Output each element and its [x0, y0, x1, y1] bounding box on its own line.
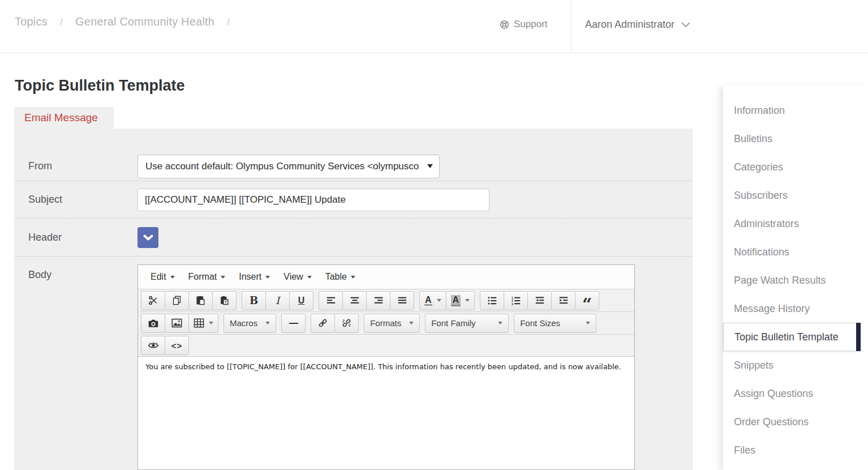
bullet-list-button[interactable] [480, 291, 504, 310]
source-code-button[interactable]: <> [165, 336, 189, 355]
underline-button[interactable]: U [289, 291, 313, 310]
editor-content[interactable]: You are subscribed to [[TOPIC_NAME]] for… [138, 357, 634, 469]
tab-label: Email Message [24, 112, 98, 124]
breadcrumb-topics[interactable]: Topics [15, 15, 48, 28]
menu-table[interactable]: Table [319, 267, 362, 287]
subject-label: Subject [28, 194, 137, 206]
cut-button[interactable] [141, 291, 165, 310]
remove-link-button[interactable] [334, 314, 359, 333]
page-title: Topic Bulletin Template [15, 77, 185, 95]
image-icon [171, 318, 182, 328]
header-expand-button[interactable] [137, 227, 158, 248]
chevron-down-icon [681, 22, 690, 27]
text-color-button[interactable]: A [419, 291, 446, 310]
sidebar-item-label: Topic Bulletin Template [734, 331, 839, 343]
menu-insert-label: Insert [239, 272, 261, 282]
sidebar-item-order-questions[interactable]: Order Questions [723, 408, 868, 436]
macros-label: Macros [230, 318, 257, 328]
insert-link-button[interactable] [311, 314, 335, 333]
sidebar-item-message-history[interactable]: Message History [723, 294, 868, 323]
sidebar-item-categories[interactable]: Categories [723, 153, 868, 181]
menu-edit[interactable]: Edit [144, 267, 182, 287]
insert-image-button[interactable] [165, 314, 189, 333]
sidebar-item-label: Assign Questions [734, 388, 813, 400]
italic-button[interactable]: I [265, 291, 290, 310]
bold-button[interactable]: B [242, 291, 266, 310]
user-menu[interactable]: Aaron Administrator [585, 19, 690, 31]
paste-as-text-button[interactable]: T [212, 291, 237, 310]
from-row: From Use account default: Olympus Commun… [14, 129, 693, 181]
menu-insert[interactable]: Insert [232, 267, 277, 287]
sidebar-item-subscribers[interactable]: Subscribers [723, 181, 868, 210]
menu-view-label: View [283, 272, 303, 282]
preview-button[interactable] [141, 336, 165, 355]
caret-down-icon [409, 322, 414, 324]
table-button[interactable] [188, 314, 218, 333]
formats-button[interactable]: Formats [364, 314, 420, 333]
align-left-button[interactable] [319, 291, 343, 310]
caret-down-icon [170, 276, 175, 279]
indent-icon [558, 296, 569, 306]
align-right-button[interactable] [366, 291, 390, 310]
outdent-button[interactable] [527, 291, 552, 310]
background-color-button[interactable]: A [446, 291, 475, 310]
numbered-list-button[interactable]: 123 [504, 291, 528, 310]
sidebar-item-information[interactable]: Information [723, 96, 868, 125]
menu-edit-label: Edit [151, 272, 166, 282]
select-arrow-icon [427, 164, 433, 168]
horizontal-rule-button[interactable] [281, 314, 306, 333]
menu-format-label: Format [188, 272, 217, 282]
app-window: Topics/General Community Health/ Support… [0, 0, 868, 470]
macros-button[interactable]: Macros [224, 314, 276, 333]
horizontal-rule-icon [289, 323, 298, 324]
sidebar-item-files[interactable]: Files [723, 436, 868, 464]
menu-view[interactable]: View [277, 267, 318, 287]
tab-email-message[interactable]: Email Message [14, 107, 114, 129]
align-center-button[interactable] [342, 291, 367, 310]
sidebar-item-assign-questions[interactable]: Assign Questions [723, 379, 868, 408]
copy-icon [171, 295, 182, 306]
from-select[interactable]: Use account default: Olympus Community S… [137, 155, 440, 178]
breadcrumb-topic-name[interactable]: General Community Health [75, 15, 214, 28]
camera-button[interactable] [141, 314, 165, 333]
caret-down-icon [265, 322, 270, 324]
background-color-icon: A [451, 295, 461, 306]
sidebar-item-label: Notifications [734, 246, 789, 258]
menu-format[interactable]: Format [182, 267, 233, 287]
copy-button[interactable] [165, 291, 189, 310]
sidebar-item-label: Page Watch Results [734, 275, 826, 287]
editor-menubar: Edit Format Insert View Table [138, 265, 634, 289]
subject-input[interactable] [137, 189, 489, 211]
user-name: Aaron Administrator [585, 19, 674, 31]
font-family-button[interactable]: Font Family [425, 314, 509, 333]
indent-button[interactable] [551, 291, 575, 310]
sidebar-item-page-watch-results[interactable]: Page Watch Results [723, 266, 868, 294]
sidebar-item-label: Order Questions [734, 416, 809, 428]
sidebar-item-topic-bulletin-template[interactable]: Topic Bulletin Template [723, 323, 861, 351]
font-sizes-button[interactable]: Font Sizes [514, 314, 596, 333]
bold-icon: B [250, 294, 258, 306]
outdent-icon [535, 296, 545, 306]
numbered-list-icon: 123 [511, 296, 521, 306]
font-family-label: Font Family [431, 318, 475, 328]
paste-button[interactable] [188, 291, 213, 310]
header-label: Header [28, 232, 137, 243]
body-editor: Edit Format Insert View Table T B [137, 264, 635, 470]
sidebar-item-notifications[interactable]: Notifications [723, 238, 868, 266]
editor-toolbar-2: Macros Formats Font Family [138, 311, 634, 334]
from-label: From [28, 160, 137, 172]
breadcrumb: Topics/General Community Health/ [15, 15, 242, 28]
selected-indicator-bar [856, 323, 861, 351]
eye-icon [148, 341, 159, 349]
header-divider [571, 0, 571, 53]
align-justify-button[interactable] [390, 291, 414, 310]
sidebar-item-label: Snippets [734, 360, 774, 371]
sidebar-item-bulletins[interactable]: Bulletins [723, 125, 868, 153]
support-link[interactable]: Support [500, 19, 548, 30]
blockquote-button[interactable]: “ [575, 291, 599, 310]
top-header: Topics/General Community Health/ Support… [0, 0, 868, 53]
sidebar-item-administrators[interactable]: Administrators [723, 210, 868, 238]
sidebar-item-snippets[interactable]: Snippets [723, 351, 868, 379]
sidebar-item-label: Message History [734, 303, 810, 315]
align-center-icon [350, 296, 360, 306]
